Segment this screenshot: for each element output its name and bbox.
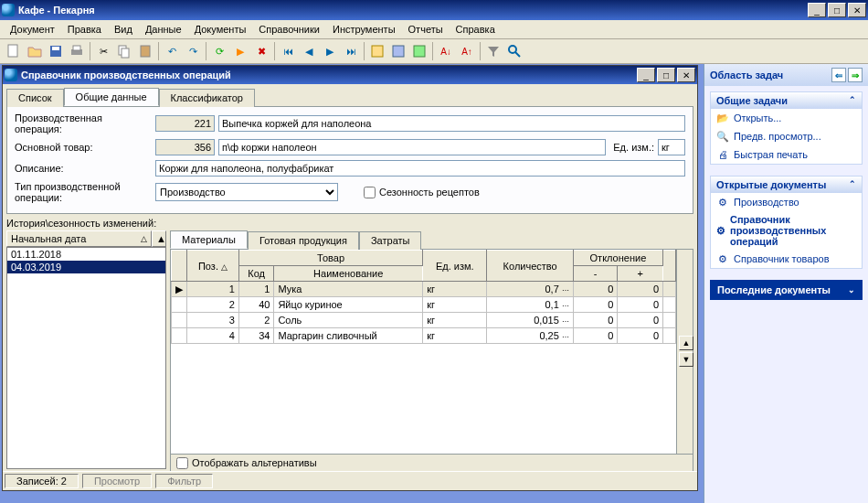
mdi-maximize-button[interactable]: □: [657, 68, 675, 82]
last-icon[interactable]: ⏭: [341, 41, 361, 61]
copy-icon[interactable]: [114, 41, 134, 61]
sort-indicator-icon[interactable]: △: [141, 234, 147, 243]
menu-documents[interactable]: Документы: [188, 22, 253, 37]
uom-field[interactable]: [658, 139, 685, 155]
svg-rect-9: [393, 46, 404, 57]
collapse-icon[interactable]: ⌃: [849, 179, 856, 190]
move-up-button[interactable]: ▲: [679, 336, 693, 350]
col-name[interactable]: Наименование: [274, 266, 423, 282]
tp-doc-0[interactable]: ⚙Производство: [711, 193, 862, 211]
window-title: Кафе - Пекарня: [18, 5, 95, 16]
tp-fwd-icon[interactable]: ⇒: [848, 68, 863, 82]
save-icon[interactable]: [46, 41, 66, 61]
desc-field[interactable]: [155, 160, 685, 177]
open-icon[interactable]: [25, 41, 45, 61]
svg-rect-10: [414, 46, 425, 57]
uom-label: Ед. изм.:: [613, 142, 654, 153]
menu-view[interactable]: Вид: [108, 22, 139, 37]
find-icon[interactable]: [504, 41, 524, 61]
col-plus[interactable]: +: [618, 266, 663, 282]
menu-document[interactable]: Документ: [4, 22, 61, 37]
cut-icon[interactable]: ✂: [93, 41, 113, 61]
tab-products[interactable]: Готовая продукция: [248, 231, 359, 250]
tab-materials[interactable]: Материалы: [170, 230, 248, 249]
op-name-field[interactable]: [218, 115, 685, 132]
next-icon[interactable]: ▶: [320, 41, 340, 61]
col-product[interactable]: Товар: [238, 251, 422, 266]
menu-data[interactable]: Данные: [139, 22, 188, 37]
materials-panel: Материалы Готовая продукция Затраты Поз.…: [170, 230, 693, 469]
menu-reports[interactable]: Отчеты: [402, 22, 450, 37]
tool1-icon[interactable]: [367, 41, 387, 61]
table-row[interactable]: 32Солькг0,015 ⋯00: [172, 313, 676, 328]
minimize-button[interactable]: _: [808, 3, 826, 17]
mdi-titlebar: Справочник производственных операций _ □…: [3, 66, 697, 84]
list-item[interactable]: 04.03.2019: [7, 261, 165, 273]
first-icon[interactable]: ⏮: [278, 41, 298, 61]
alt-checkbox[interactable]: [176, 457, 188, 469]
season-checkbox[interactable]: [364, 187, 376, 198]
product-label: Основной товар:: [15, 142, 152, 153]
menu-help[interactable]: Справка: [450, 22, 502, 37]
undo-icon[interactable]: ↶: [162, 41, 182, 61]
menu-ref[interactable]: Справочники: [252, 22, 326, 37]
recent-docs-button[interactable]: Последние документы⌄: [710, 280, 863, 300]
type-select[interactable]: Производство: [155, 183, 338, 201]
filter-icon[interactable]: [483, 41, 503, 61]
tp-doc-1[interactable]: ⚙Справочник производственных операций: [711, 211, 862, 250]
taskpane-title: Область задач: [710, 70, 783, 80]
col-code[interactable]: Код: [238, 266, 273, 282]
menu-tools[interactable]: Инструменты: [326, 22, 402, 37]
collapse-icon[interactable]: ⌃: [849, 95, 856, 106]
tab-classifier[interactable]: Классификатор: [159, 89, 255, 107]
col-qty[interactable]: Количество: [487, 251, 573, 282]
tp-link-preview[interactable]: 🔍Предв. просмотр...: [711, 127, 862, 145]
alt-label: Отображать альтернативы: [192, 457, 317, 468]
refresh-icon[interactable]: ⟳: [209, 41, 229, 61]
table-row[interactable]: 240Яйцо куриноекг0,1 ⋯00: [172, 297, 676, 313]
status-filter[interactable]: Фильтр: [155, 474, 213, 488]
stop-icon[interactable]: ✖: [251, 41, 271, 61]
op-id-field[interactable]: [155, 115, 215, 132]
move-down-button[interactable]: ▼: [679, 352, 693, 367]
status-view[interactable]: Просмотр: [82, 474, 152, 488]
product-name-field[interactable]: [218, 139, 606, 155]
menu-edit[interactable]: Правка: [61, 22, 108, 37]
list-item[interactable]: 01.11.2018: [7, 248, 165, 261]
paste-icon[interactable]: [135, 41, 155, 61]
run-icon[interactable]: ▶: [230, 41, 250, 61]
col-dev[interactable]: Отклонение: [573, 251, 662, 266]
mdi-minimize-button[interactable]: _: [637, 68, 655, 82]
svg-rect-7: [141, 46, 150, 57]
table-row[interactable]: 434Маргарин сливочныйкг0,25 ⋯00: [172, 328, 676, 344]
tab-list[interactable]: Список: [6, 89, 64, 107]
scroll-up-icon[interactable]: ▲: [152, 230, 166, 247]
tp-link-print[interactable]: 🖨Быстрая печать: [711, 145, 862, 164]
col-uom[interactable]: Ед. изм.: [423, 251, 487, 282]
new-icon[interactable]: [4, 41, 24, 61]
product-id-field[interactable]: [155, 139, 215, 155]
maximize-button[interactable]: □: [828, 3, 846, 17]
col-minus[interactable]: -: [573, 266, 618, 282]
tool2-icon[interactable]: [388, 41, 408, 61]
sort-desc-icon[interactable]: A↑: [457, 41, 477, 61]
history-list[interactable]: 01.11.2018 04.03.2019: [6, 247, 166, 469]
taskpane: Область задач ⇐ ⇒ Общие задачи⌃ 📂Открыть…: [704, 64, 868, 503]
close-button[interactable]: ✕: [848, 3, 866, 17]
sort-asc-icon[interactable]: A↓: [436, 41, 456, 61]
col-pos[interactable]: Поз. △: [187, 251, 239, 282]
print-icon[interactable]: [67, 41, 87, 61]
mdi-title: Справочник производственных операций: [21, 70, 231, 80]
tab-general[interactable]: Общие данные: [64, 88, 159, 106]
tp-doc-2[interactable]: ⚙Справочник товаров: [711, 250, 862, 268]
tool3-icon[interactable]: [409, 41, 429, 61]
table-row[interactable]: ▶11Мукакг0,7 ⋯00: [172, 282, 676, 297]
tab-costs[interactable]: Затраты: [359, 231, 422, 250]
redo-icon[interactable]: ↷: [183, 41, 203, 61]
tp-link-open[interactable]: 📂Открыть...: [711, 109, 862, 127]
history-label: История\сезонность изменений:: [3, 218, 697, 230]
tp-back-icon[interactable]: ⇐: [831, 68, 846, 82]
doc-icon: ⚙: [716, 224, 725, 237]
prev-icon[interactable]: ◀: [299, 41, 319, 61]
mdi-close-button[interactable]: ✕: [677, 68, 695, 82]
